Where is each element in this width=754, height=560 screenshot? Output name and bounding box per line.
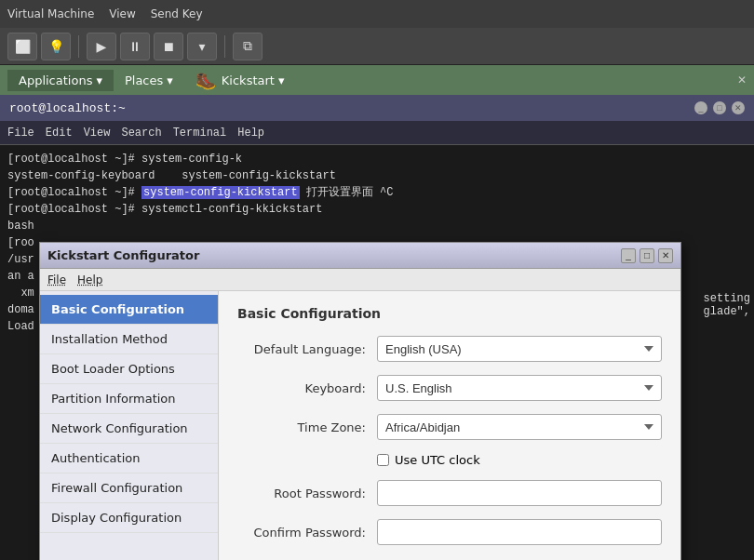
ks-body: Basic Configuration Installation Method …	[40, 291, 680, 560]
ks-close-btn[interactable]: ✕	[658, 248, 673, 263]
terminal-minimize-btn[interactable]: _	[694, 101, 707, 114]
ks-control-rootpw	[377, 480, 662, 506]
toolbar-btn-4[interactable]: ⏸	[120, 33, 150, 60]
ks-form-row-confirmpw: Confirm Password:	[237, 519, 662, 545]
ks-sidebar-display[interactable]: Display Configuration	[40, 503, 218, 533]
ks-sidebar-network[interactable]: Network Configuration	[40, 414, 218, 444]
term-line-4: [root@localhost ~]# systemctl-config-kki…	[7, 201, 747, 218]
os-menu-vm[interactable]: Virtual Machine	[7, 7, 94, 20]
term-right-text: setting glade",	[700, 288, 754, 322]
app-bar-places[interactable]: Places ▾	[114, 70, 184, 91]
term-line-5: bash	[7, 218, 747, 234]
ks-sidebar-firewall[interactable]: Firewall Configuration	[40, 473, 218, 503]
ks-content: Basic Configuration Default Language: En…	[219, 291, 680, 560]
ks-sidebar-bootloader[interactable]: Boot Loader Options	[40, 354, 218, 384]
ks-title-buttons: _ □ ✕	[621, 248, 673, 263]
toolbar-btn-2[interactable]: 💡	[41, 33, 71, 60]
term-line-2: system-config-keyboard system-config-kic…	[7, 167, 747, 184]
ks-sidebar-auth[interactable]: Authentication	[40, 444, 218, 473]
os-menu-view[interactable]: View	[109, 7, 135, 20]
ks-control-timezone: Africa/Abidjan	[377, 414, 662, 440]
os-menu-sendkey[interactable]: Send Key	[151, 7, 203, 20]
ks-control-confirmpw	[377, 519, 662, 545]
ks-sidebar: Basic Configuration Installation Method …	[40, 291, 219, 560]
os-menubar: Virtual Machine View Send Key	[0, 0, 754, 28]
ks-control-language: English (USA)	[377, 336, 662, 362]
ks-form-row-keyboard: Keyboard: U.S. English	[237, 375, 662, 401]
ks-utc-row: Use UTC clock	[237, 453, 662, 467]
ks-sidebar-partition[interactable]: Partition Information	[40, 384, 218, 414]
toolbar-divider-2	[224, 35, 225, 58]
ks-form-row-timezone: Time Zone: Africa/Abidjan	[237, 414, 662, 440]
ks-menu-help[interactable]: Help	[77, 273, 102, 287]
ks-section-title: Basic Configuration	[237, 306, 662, 321]
ks-utc-label: Use UTC clock	[395, 453, 480, 467]
ks-maximize-btn[interactable]: □	[640, 248, 654, 263]
toolbar-btn-7[interactable]: ⧉	[233, 33, 263, 60]
term-menu-edit[interactable]: Edit	[46, 127, 73, 140]
toolbar-btn-5[interactable]: ⏹	[154, 33, 183, 60]
ks-input-rootpw[interactable]	[377, 480, 662, 506]
ks-title-text: Kickstart Configurator	[47, 248, 199, 262]
term-menu-terminal[interactable]: Terminal	[173, 127, 227, 140]
terminal-title-buttons: _ □ ✕	[694, 101, 745, 114]
ks-titlebar: Kickstart Configurator _ □ ✕	[40, 243, 680, 269]
term-menu-search[interactable]: Search	[121, 127, 161, 140]
app-bar-right: ✕	[737, 73, 747, 87]
term-highlight: system-config-kickstart	[141, 186, 300, 199]
toolbar-btn-6[interactable]: ▾	[187, 33, 217, 60]
ks-control-keyboard: U.S. English	[377, 375, 662, 401]
toolbar-btn-1[interactable]: ⬜	[7, 33, 37, 60]
app-bar-kickstart[interactable]: 🥾 Kickstart ▾	[184, 67, 296, 94]
ks-label-timezone: Time Zone:	[237, 420, 377, 434]
app-bar: Applications ▾ Places ▾ 🥾 Kickstart ▾ ✕	[0, 65, 754, 95]
ks-label-language: Default Language:	[237, 342, 377, 356]
ks-form-row-language: Default Language: English (USA)	[237, 336, 662, 362]
ks-menu-file[interactable]: File	[47, 273, 66, 287]
terminal-maximize-btn[interactable]: □	[713, 101, 726, 114]
term-line-3: [root@localhost ~]# system-config-kickst…	[7, 184, 747, 201]
ks-sidebar-installation[interactable]: Installation Method	[40, 325, 218, 354]
ks-select-keyboard[interactable]: U.S. English	[377, 375, 662, 401]
term-menu-file[interactable]: File	[7, 127, 34, 140]
ks-select-language[interactable]: English (USA)	[377, 336, 662, 362]
term-menu-view[interactable]: View	[84, 127, 111, 140]
toolbar-btn-3[interactable]: ▶	[87, 33, 116, 60]
term-menu-help[interactable]: Help	[237, 127, 264, 140]
ks-sidebar-basic[interactable]: Basic Configuration	[40, 295, 218, 325]
ks-label-rootpw: Root Password:	[237, 487, 377, 500]
ks-form-row-rootpw: Root Password:	[237, 480, 662, 506]
ks-select-timezone[interactable]: Africa/Abidjan	[377, 414, 662, 440]
ks-label-keyboard: Keyboard:	[237, 381, 377, 395]
app-bar-applications[interactable]: Applications ▾	[7, 70, 114, 91]
ks-input-confirmpw[interactable]	[377, 519, 662, 545]
terminal-menu: File Edit View Search Terminal Help	[0, 121, 754, 145]
terminal-title: root@localhost:~	[9, 101, 126, 115]
ks-utc-checkbox[interactable]	[377, 454, 389, 466]
ks-label-confirmpw: Confirm Password:	[237, 526, 377, 540]
terminal-titlebar: root@localhost:~ _ □ ✕	[0, 95, 754, 121]
toolbar-divider-1	[78, 35, 79, 58]
ks-dialog: Kickstart Configurator _ □ ✕ File Help B…	[39, 242, 681, 560]
ks-minimize-btn[interactable]: _	[621, 248, 636, 263]
term-line-1: [root@localhost ~]# system-config-k	[7, 151, 747, 167]
ks-menu: File Help	[40, 269, 680, 291]
terminal-close-btn[interactable]: ✕	[732, 101, 745, 114]
os-toolbar: ⬜ 💡 ▶ ⏸ ⏹ ▾ ⧉	[0, 28, 754, 65]
